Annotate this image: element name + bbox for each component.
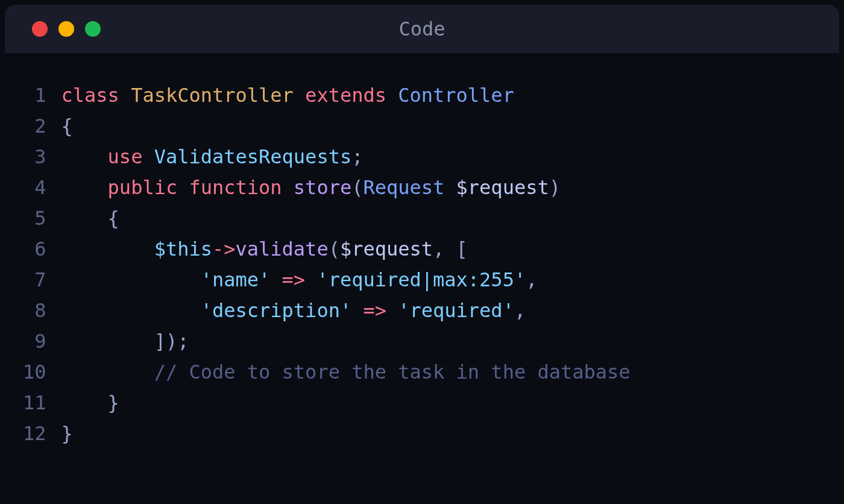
keyword: function	[189, 172, 282, 203]
keyword: extends	[305, 80, 386, 111]
code-line: ]);	[61, 326, 821, 357]
code-line: {	[61, 111, 821, 142]
parameter: $request	[456, 172, 549, 203]
code-line: }	[61, 388, 821, 418]
line-number: 11	[23, 388, 46, 418]
brace: }	[61, 418, 73, 449]
titlebar: Code	[5, 5, 839, 53]
code-line: // Code to store the task in the databas…	[61, 357, 821, 388]
brace: }	[108, 388, 119, 418]
code-line: $this->validate($request, [	[61, 234, 821, 265]
method-call: validate	[236, 234, 329, 265]
code-line: public function store(Request $request)	[61, 172, 821, 203]
string: 'description'	[201, 295, 351, 326]
window-title: Code	[398, 17, 445, 40]
code-line: 'description' => 'required',	[61, 295, 821, 326]
maximize-button[interactable]	[85, 21, 101, 37]
string: 'name'	[201, 265, 271, 295]
line-number: 9	[23, 326, 46, 357]
keyword: class	[61, 80, 119, 111]
code-line: }	[61, 418, 821, 449]
keyword: public	[108, 172, 178, 203]
line-number: 2	[23, 111, 46, 142]
line-number: 3	[23, 142, 46, 172]
class-name: TaskController	[131, 80, 294, 111]
code-window: Code 1 2 3 4 5 6 7 8 9 10 11 12 class Ta…	[5, 5, 839, 499]
operator: ->	[212, 234, 236, 265]
code-content[interactable]: class TaskController extends Controller …	[61, 80, 821, 449]
line-number: 4	[23, 172, 46, 203]
brace: {	[61, 111, 73, 142]
close-button[interactable]	[32, 21, 48, 37]
line-number-gutter: 1 2 3 4 5 6 7 8 9 10 11 12	[23, 80, 61, 449]
operator: =>	[270, 265, 316, 295]
string: 'required|max:255'	[316, 265, 526, 295]
line-number: 6	[23, 234, 46, 265]
comment: // Code to store the task in the databas…	[154, 357, 631, 388]
variable: $request	[340, 234, 433, 265]
code-line: {	[61, 203, 821, 234]
minimize-button[interactable]	[58, 21, 74, 37]
code-editor[interactable]: 1 2 3 4 5 6 7 8 9 10 11 12 class TaskCon…	[5, 53, 839, 467]
traffic-lights	[32, 21, 101, 37]
line-number: 5	[23, 203, 46, 234]
class-name: Controller	[398, 80, 514, 111]
brace: ]);	[154, 326, 189, 357]
variable: $this	[154, 234, 212, 265]
operator: =>	[351, 295, 398, 326]
code-line: 'name' => 'required|max:255',	[61, 265, 821, 295]
type: Request	[363, 172, 444, 203]
line-number: 7	[23, 265, 46, 295]
code-line: use ValidatesRequests;	[61, 142, 821, 172]
brace: {	[108, 203, 119, 234]
line-number: 8	[23, 295, 46, 326]
code-line: class TaskController extends Controller	[61, 80, 821, 111]
trait-name: ValidatesRequests	[154, 142, 352, 172]
method-name: store	[294, 172, 351, 203]
line-number: 1	[23, 80, 46, 111]
string: 'required'	[398, 295, 514, 326]
line-number: 10	[23, 357, 46, 388]
line-number: 12	[23, 418, 46, 449]
keyword: use	[108, 142, 143, 172]
